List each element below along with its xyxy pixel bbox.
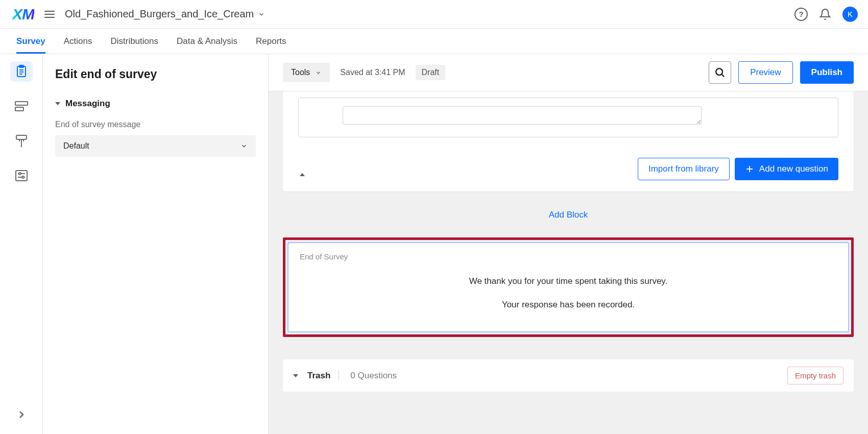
side-rail [0, 54, 43, 434]
svg-point-13 [19, 173, 21, 175]
question-footer: Import from library Add new question [298, 158, 838, 180]
main-area: Edit end of survey Messaging End of surv… [0, 54, 868, 434]
svg-point-16 [716, 68, 722, 75]
messaging-label: Messaging [65, 99, 110, 109]
add-question-label: Add new question [759, 164, 828, 174]
plus-icon [745, 164, 754, 174]
end-of-survey-highlight: End of Survey We thank you for your time… [283, 237, 854, 337]
chevron-down-icon [240, 142, 248, 150]
add-block-row: Add Block [283, 210, 854, 220]
add-new-question-button[interactable]: Add new question [735, 158, 838, 180]
messaging-accordion[interactable]: Messaging [55, 99, 256, 109]
tab-distributions[interactable]: Distributions [110, 29, 158, 54]
edit-panel: Edit end of survey Messaging End of surv… [43, 54, 269, 434]
xm-logo[interactable]: XM [12, 6, 34, 23]
hamburger-icon[interactable] [41, 8, 58, 21]
rail-look-feel-icon[interactable] [10, 131, 33, 151]
end-of-survey-heading: End of Survey [300, 252, 837, 261]
svg-line-17 [721, 74, 724, 77]
draft-chip: Draft [416, 65, 446, 80]
publish-button[interactable]: Publish [800, 61, 854, 84]
svg-rect-7 [16, 135, 27, 139]
rail-expand-icon[interactable] [10, 404, 33, 425]
search-icon [714, 67, 726, 78]
svg-rect-5 [15, 102, 28, 105]
end-of-survey-message: We thank you for your time spent taking … [300, 276, 837, 310]
chevron-down-icon [315, 69, 322, 76]
svg-point-15 [22, 176, 24, 178]
trash-left: Trash 0 Questions [293, 371, 397, 381]
svg-rect-11 [16, 171, 27, 181]
toolbar-left: Tools Saved at 3:41 PM Draft [283, 63, 445, 82]
question-block[interactable]: Import from library Add new question [283, 91, 854, 191]
panel-title: Edit end of survey [55, 67, 256, 81]
import-from-library-button[interactable]: Import from library [638, 158, 730, 180]
help-icon[interactable]: ? [794, 8, 808, 21]
main-tabs: Survey Actions Distributions Data & Anal… [0, 29, 868, 54]
add-block-link[interactable]: Add Block [549, 210, 588, 220]
saved-at-text: Saved at 3:41 PM [340, 68, 405, 77]
tools-label: Tools [291, 68, 310, 77]
trash-block[interactable]: Trash 0 Questions Empty trash [283, 359, 854, 392]
header-right: ? K [794, 7, 858, 22]
trash-count: 0 Questions [348, 371, 397, 381]
project-name-dropdown[interactable]: Old_Fashioned_Burgers_and_Ice_Cream [65, 8, 265, 20]
tab-actions[interactable]: Actions [64, 29, 92, 54]
top-header: XM Old_Fashioned_Burgers_and_Ice_Cream ?… [0, 0, 868, 29]
search-button[interactable] [709, 61, 731, 84]
canvas-area: Tools Saved at 3:41 PM Draft Preview Pub… [269, 54, 868, 434]
eos-message-label: End of survey message [55, 120, 256, 129]
preview-button[interactable]: Preview [738, 61, 792, 84]
tools-button[interactable]: Tools [283, 63, 330, 82]
collapse-block-icon[interactable] [300, 173, 305, 176]
empty-trash-button[interactable]: Empty trash [787, 367, 843, 384]
caret-down-icon[interactable] [293, 374, 298, 377]
tab-reports[interactable]: Reports [256, 29, 286, 54]
tab-data-analysis[interactable]: Data & Analysis [177, 29, 237, 54]
caret-down-icon [55, 102, 60, 105]
trash-title: Trash [307, 371, 339, 381]
question-text-input[interactable] [343, 106, 702, 125]
rail-flow-icon[interactable] [10, 96, 33, 116]
end-of-survey-block[interactable]: End of Survey We thank you for your time… [287, 242, 849, 332]
chevron-down-icon [258, 11, 265, 18]
svg-rect-6 [15, 107, 23, 111]
eos-line-1: We thank you for your time spent taking … [300, 276, 837, 286]
avatar[interactable]: K [842, 7, 858, 22]
header-left: XM Old_Fashioned_Burgers_and_Ice_Cream [12, 6, 265, 23]
project-name-text: Old_Fashioned_Burgers_and_Ice_Cream [65, 8, 254, 20]
eos-line-2: Your response has been recorded. [300, 300, 837, 310]
tab-survey[interactable]: Survey [16, 29, 45, 54]
toolbar-right: Preview Publish [709, 61, 854, 84]
notifications-icon[interactable] [819, 8, 831, 20]
rail-builder-icon[interactable] [10, 61, 33, 82]
canvas-body[interactable]: Import from library Add new question Add… [269, 91, 868, 434]
eos-message-select[interactable]: Default [55, 135, 256, 157]
select-value: Default [63, 141, 89, 151]
rail-options-icon[interactable] [10, 165, 33, 186]
canvas-toolbar: Tools Saved at 3:41 PM Draft Preview Pub… [269, 54, 868, 91]
